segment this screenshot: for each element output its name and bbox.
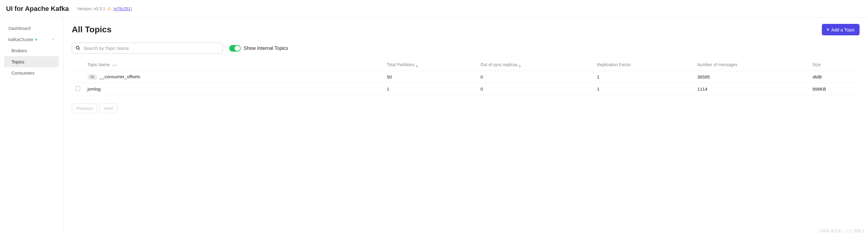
version-label: Version:: [77, 6, 93, 11]
sidebar-cluster-name: kafkaCluster: [8, 37, 33, 42]
status-dot-icon: [35, 39, 37, 41]
cell-replication-factor: 1: [593, 71, 694, 83]
watermark: CSDN @天草二十六_简村人: [819, 229, 865, 234]
chevron-up-icon: [51, 37, 55, 42]
app-logo: UI for Apache Kafka: [6, 5, 69, 13]
version-value: v0.3.1: [94, 6, 105, 11]
cell-total-partitions: 1: [383, 83, 477, 95]
sidebar-item-label: Consumers: [11, 70, 35, 76]
sidebar-item-consumers[interactable]: Consumers: [4, 67, 59, 79]
table-row: jvmlog1011114898KB: [72, 83, 860, 95]
sidebar-item-dashboard[interactable]: Dashboard: [4, 23, 59, 34]
sidebar: Dashboard kafkaCluster Brokers Topics Co…: [0, 18, 63, 235]
internal-badge: IN: [88, 74, 97, 80]
col-topic-name[interactable]: Topic Name ▲▼: [84, 59, 383, 71]
sidebar-item-cluster[interactable]: kafkaCluster: [4, 34, 59, 45]
sort-icon: ▲▼: [112, 64, 117, 66]
sidebar-item-label: Brokers: [11, 48, 27, 53]
search-icon: [75, 45, 80, 51]
col-replication-factor: Replication Factor: [593, 59, 694, 71]
table-row: IN__consumer_offsets5001365954MB: [72, 71, 860, 83]
sort-icon: ▲▼: [415, 64, 418, 68]
topic-name-link[interactable]: __consumer_offsets: [99, 74, 140, 79]
col-checkbox: [72, 59, 84, 71]
cell-num-messages: 1114: [694, 83, 809, 95]
warning-icon: [107, 6, 111, 11]
cell-out-of-sync: 0: [477, 83, 593, 95]
sidebar-item-brokers[interactable]: Brokers: [4, 45, 59, 56]
svg-point-0: [76, 46, 79, 49]
cell-replication-factor: 1: [593, 83, 694, 95]
sort-icon: ▲▼: [519, 64, 521, 68]
add-topic-label: Add a Topic: [831, 27, 855, 32]
sidebar-item-label: Topics: [11, 59, 25, 64]
sidebar-item-label: Dashboard: [8, 26, 30, 31]
page-title: All Topics: [72, 25, 112, 34]
commit-link[interactable]: e75c251: [115, 6, 131, 11]
toggle-label: Show Internal Topics: [244, 46, 288, 51]
cell-out-of-sync: 0: [477, 71, 593, 83]
commit-paren-close: ): [131, 6, 132, 11]
search-input[interactable]: [72, 43, 223, 54]
app-header: UI for Apache Kafka Version: v0.3.1 (e75…: [0, 0, 868, 18]
content: All Topics + Add a Topic Show Internal T…: [63, 18, 868, 235]
show-internal-toggle[interactable]: [229, 45, 241, 52]
svg-line-1: [79, 49, 80, 50]
row-checkbox[interactable]: [75, 86, 80, 91]
next-button[interactable]: Next: [99, 104, 117, 113]
add-topic-button[interactable]: + Add a Topic: [822, 24, 860, 35]
topics-table: Topic Name ▲▼ Total Partitions ▲▼ Out of…: [72, 59, 860, 95]
plus-icon: +: [827, 27, 829, 32]
col-total-partitions[interactable]: Total Partitions ▲▼: [383, 59, 477, 71]
cell-size: 4MB: [809, 71, 860, 83]
cell-size: 898KB: [809, 83, 860, 95]
topic-name-link[interactable]: jvmlog: [88, 86, 100, 92]
cell-num-messages: 36595: [694, 71, 809, 83]
previous-button[interactable]: Previous: [72, 104, 97, 113]
cell-total-partitions: 50: [383, 71, 477, 83]
col-num-messages: Number of messages: [694, 59, 809, 71]
col-out-of-sync[interactable]: Out of sync replicas ▲▼: [477, 59, 593, 71]
sidebar-item-topics[interactable]: Topics: [4, 56, 59, 67]
col-size: Size: [809, 59, 860, 71]
